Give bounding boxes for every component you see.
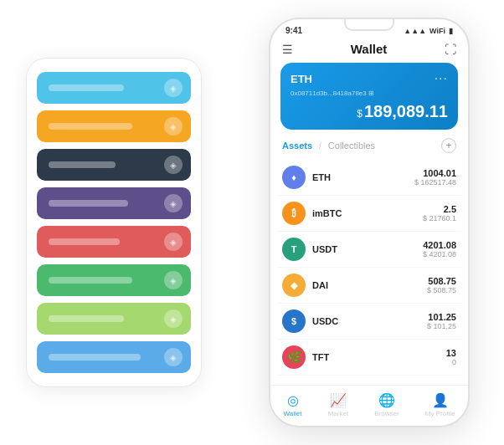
- item-line-4: [49, 200, 128, 207]
- dai-balance: 508.75: [427, 276, 456, 286]
- eth-name: ETH: [312, 172, 414, 182]
- nav-item-profile[interactable]: 👤 My Profile: [425, 392, 455, 417]
- usdc-amounts: 101.25 $ 101.25: [427, 312, 456, 330]
- status-time: 9:41: [285, 26, 302, 35]
- eth-card-dots[interactable]: ···: [435, 71, 448, 86]
- imbtc-balance: 2.5: [423, 204, 456, 214]
- bottom-nav: ◎ Wallet 📈 Market 🌐 Browser 👤 My Profile: [270, 385, 468, 426]
- usdc-balance: 101.25: [427, 312, 456, 322]
- stack-item-3[interactable]: ◈: [37, 149, 191, 181]
- imbtc-logo: ₿: [282, 202, 306, 225]
- nav-item-browser[interactable]: 🌐 Browser: [374, 392, 399, 417]
- stack-item-6[interactable]: ◈: [37, 264, 191, 296]
- eth-logo: ♦: [282, 166, 306, 189]
- token-item-usdc[interactable]: $ USDC 101.25 $ 101.25: [277, 304, 461, 340]
- usdc-logo: $: [282, 309, 306, 333]
- item-icon-4: ◈: [164, 194, 183, 212]
- imbtc-amounts: 2.5 $ 21760.1: [423, 204, 456, 222]
- item-icon-6: ◈: [164, 271, 183, 289]
- assets-header: Assets / Collectibles +: [270, 138, 468, 160]
- item-line-1: [49, 84, 124, 91]
- dai-name: DAI: [312, 280, 427, 290]
- token-item-dai[interactable]: ◈ DAI 508.75 $ 508.75: [277, 268, 461, 304]
- eth-card[interactable]: ETH ··· 0x08711d3b...8418a78e3 ⊞ $189,08…: [280, 63, 458, 130]
- item-icon-1: ◈: [164, 79, 183, 97]
- phone-notch: [344, 19, 394, 31]
- top-nav: ☰ Wallet ⛶: [270, 38, 468, 63]
- item-icon-5: ◈: [164, 233, 183, 251]
- eth-balance: 1004.01: [414, 168, 456, 178]
- stack-item-5[interactable]: ◈: [37, 226, 191, 258]
- stack-item-1[interactable]: ◈: [37, 72, 191, 104]
- usdc-usd: $ 101.25: [427, 322, 456, 330]
- token-item-tft[interactable]: 🌿 TFT 13 0: [277, 340, 461, 376]
- eth-card-amount: $189,089.11: [291, 102, 448, 121]
- item-line-8: [49, 354, 141, 361]
- dai-logo: ◈: [282, 274, 306, 297]
- browser-nav-label: Browser: [374, 410, 399, 417]
- stack-item-4[interactable]: ◈: [37, 187, 191, 219]
- wallet-nav-label: Wallet: [284, 410, 302, 417]
- profile-nav-label: My Profile: [425, 410, 455, 417]
- dai-amounts: 508.75 $ 508.75: [427, 276, 456, 294]
- tab-collectibles[interactable]: Collectibles: [328, 141, 375, 151]
- eth-amount-prefix: $: [357, 108, 363, 120]
- item-line-7: [49, 315, 124, 322]
- tab-assets[interactable]: Assets: [282, 141, 312, 151]
- market-nav-icon: 📈: [330, 392, 347, 408]
- item-icon-3: ◈: [164, 156, 183, 174]
- usdt-logo: T: [282, 238, 306, 261]
- usdt-usd: $ 4201.08: [423, 250, 456, 258]
- token-item-imbtc[interactable]: ₿ imBTC 2.5 $ 21760.1: [277, 196, 461, 232]
- signal-icon: ▲▲▲: [404, 27, 426, 35]
- stack-item-7[interactable]: ◈: [37, 303, 191, 335]
- tft-logo: 🌿: [282, 345, 306, 369]
- item-icon-2: ◈: [164, 117, 183, 136]
- assets-tabs: Assets / Collectibles: [282, 141, 375, 151]
- token-item-eth[interactable]: ♦ ETH 1004.01 $ 162517.48: [277, 160, 461, 196]
- page-title: Wallet: [351, 42, 388, 56]
- item-icon-7: ◈: [164, 309, 183, 328]
- imbtc-name: imBTC: [312, 208, 423, 218]
- wifi-icon: WiFi: [429, 27, 445, 35]
- add-token-button[interactable]: +: [441, 138, 456, 153]
- profile-nav-icon: 👤: [432, 392, 449, 408]
- eth-card-label: ETH: [291, 73, 312, 85]
- market-nav-label: Market: [328, 410, 348, 417]
- stack-item-8[interactable]: ◈: [37, 341, 191, 373]
- token-list: ♦ ETH 1004.01 $ 162517.48 ₿ imBTC 2.5 $ …: [270, 160, 468, 385]
- item-line-6: [49, 277, 132, 284]
- card-stack: ◈ ◈ ◈ ◈ ◈ ◈ ◈ ◈: [26, 58, 202, 387]
- eth-address: 0x08711d3b...8418a78e3 ⊞: [291, 90, 448, 97]
- usdt-amounts: 4201.08 $ 4201.08: [423, 240, 456, 258]
- dai-usd: $ 508.75: [427, 286, 456, 294]
- wallet-nav-icon: ◎: [287, 392, 299, 408]
- tft-amounts: 13 0: [446, 348, 456, 366]
- item-line-5: [49, 238, 120, 245]
- eth-amount-value: 189,089.11: [364, 102, 448, 120]
- scan-icon[interactable]: ⛶: [445, 43, 456, 56]
- phone-mockup: 9:41 ▲▲▲ WiFi ▮ ☰ Wallet ⛶ ETH ··· 0x087…: [269, 18, 470, 427]
- status-icons: ▲▲▲ WiFi ▮: [404, 27, 453, 35]
- nav-item-wallet[interactable]: ◎ Wallet: [284, 392, 302, 417]
- tft-usd: 0: [446, 358, 456, 366]
- nav-item-market[interactable]: 📈 Market: [328, 392, 348, 417]
- tft-balance: 13: [446, 348, 456, 358]
- battery-icon: ▮: [449, 27, 453, 35]
- item-line-3: [49, 161, 116, 168]
- hamburger-icon[interactable]: ☰: [282, 43, 293, 56]
- eth-amounts: 1004.01 $ 162517.48: [414, 168, 456, 187]
- usdt-balance: 4201.08: [423, 240, 456, 250]
- tab-divider: /: [319, 141, 321, 151]
- imbtc-usd: $ 21760.1: [423, 214, 456, 222]
- usdc-name: USDC: [312, 316, 427, 326]
- scene: ◈ ◈ ◈ ◈ ◈ ◈ ◈ ◈: [9, 9, 495, 436]
- stack-item-2[interactable]: ◈: [37, 110, 191, 142]
- token-item-usdt[interactable]: T USDT 4201.08 $ 4201.08: [277, 232, 461, 268]
- eth-usd: $ 162517.48: [414, 178, 456, 187]
- browser-nav-icon: 🌐: [378, 392, 395, 408]
- tft-name: TFT: [312, 352, 446, 362]
- eth-card-header: ETH ···: [291, 71, 448, 86]
- item-icon-8: ◈: [164, 348, 183, 366]
- usdt-name: USDT: [312, 244, 423, 254]
